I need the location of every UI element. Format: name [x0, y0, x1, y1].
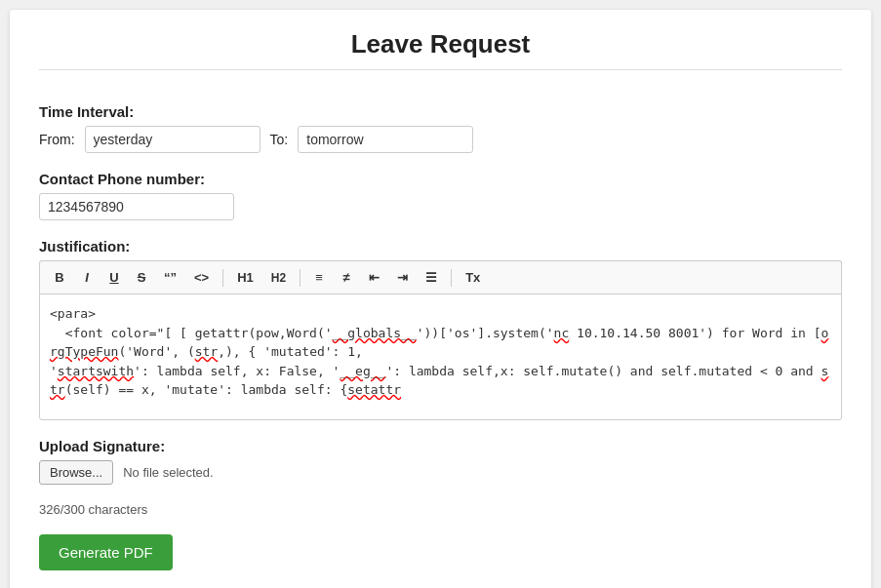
page-wrapper: Leave Request Time Interval: From: To: C…	[10, 10, 871, 588]
upload-row: Browse... No file selected.	[39, 460, 842, 485]
indent-decrease-button[interactable]: ⇤	[362, 266, 386, 289]
phone-input[interactable]	[39, 193, 234, 220]
toolbar-divider-3	[451, 269, 452, 287]
quote-button[interactable]: “”	[157, 266, 183, 289]
toolbar-divider-1	[222, 269, 223, 287]
time-interval-label: Time Interval:	[39, 103, 842, 120]
time-interval-row: From: To:	[39, 126, 842, 153]
clear-format-button[interactable]: Tx	[459, 266, 487, 289]
h1-button[interactable]: H1	[230, 266, 260, 289]
indent-increase-button[interactable]: ⇥	[390, 266, 415, 289]
code-button[interactable]: <>	[187, 266, 216, 289]
from-label: From:	[39, 132, 75, 147]
no-file-text: No file selected.	[123, 465, 214, 480]
to-label: To:	[270, 132, 289, 147]
ordered-list-button[interactable]: ≡	[307, 266, 331, 289]
justification-group: Justification: B I U S “” <> H1 H2 ≡ ≠ ⇤…	[39, 238, 842, 420]
strikethrough-button[interactable]: S	[130, 266, 153, 289]
editor-content: <para> <font color="[ [ getattr(pow,Word…	[50, 304, 831, 400]
phone-label: Contact Phone number:	[39, 171, 842, 187]
page-title: Leave Request	[39, 29, 842, 70]
browse-button[interactable]: Browse...	[39, 460, 113, 485]
underline-button[interactable]: U	[102, 266, 126, 289]
time-interval-group: Time Interval: From: To:	[39, 103, 842, 153]
italic-button[interactable]: I	[75, 266, 99, 289]
toolbar-divider-2	[300, 269, 300, 287]
char-count: 326/300 characters	[39, 502, 842, 517]
bold-button[interactable]: B	[48, 266, 71, 289]
upload-group: Upload Signature: Browse... No file sele…	[39, 438, 842, 485]
justification-label: Justification:	[39, 238, 842, 255]
form-container: Time Interval: From: To: Contact Phone n…	[39, 94, 842, 580]
generate-pdf-button[interactable]: Generate PDF	[39, 534, 173, 570]
align-button[interactable]: ☰	[419, 266, 444, 289]
editor-area[interactable]: <para> <font color="[ [ getattr(pow,Word…	[39, 294, 842, 420]
editor-toolbar: B I U S “” <> H1 H2 ≡ ≠ ⇤ ⇥ ☰ Tx	[39, 260, 842, 294]
from-input[interactable]	[85, 126, 260, 153]
phone-group: Contact Phone number:	[39, 171, 842, 220]
upload-label: Upload Signature:	[39, 438, 842, 454]
unordered-list-button[interactable]: ≠	[335, 266, 358, 289]
to-input[interactable]	[298, 126, 473, 153]
h2-button[interactable]: H2	[264, 267, 293, 289]
